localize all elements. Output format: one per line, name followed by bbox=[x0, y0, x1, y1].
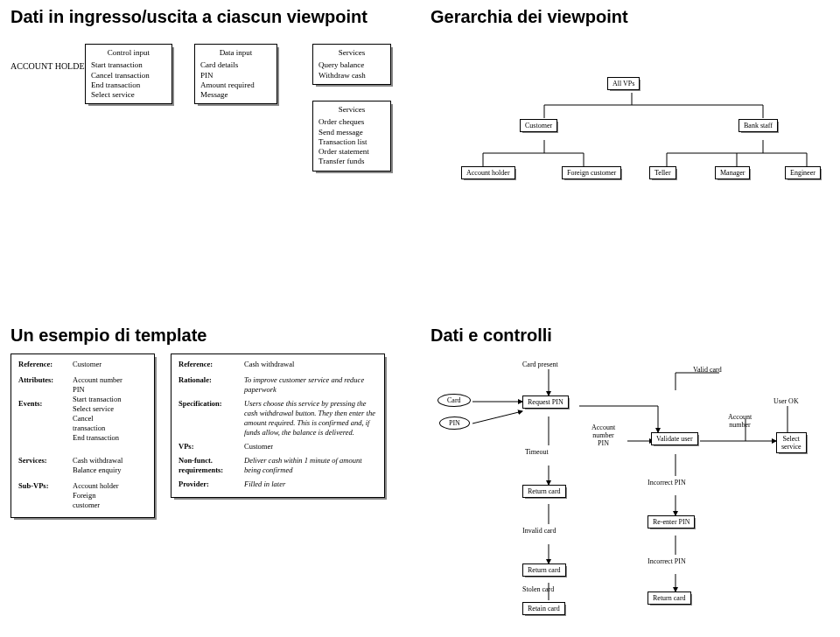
node-account-holder: Account holder bbox=[461, 166, 515, 179]
services2-body: Order cheques Send message Transaction l… bbox=[318, 117, 385, 166]
control-input-box: Control input Start transaction Cancel t… bbox=[85, 44, 172, 104]
data-input-body: Card details PIN Amount required Message bbox=[200, 60, 271, 100]
node-return-card-2: Return card bbox=[522, 564, 566, 577]
node-retain-card: Retain card bbox=[522, 602, 565, 615]
node-return-card-1: Return card bbox=[522, 485, 566, 498]
node-select-service: Select service bbox=[776, 432, 807, 453]
template-left: Reference:Customer Attributes:Account nu… bbox=[10, 354, 155, 518]
label-stolen-card: Stolen card bbox=[522, 585, 554, 593]
services1-body: Query balance Withdraw cash bbox=[318, 60, 385, 80]
node-bankstaff: Bank staff bbox=[738, 119, 778, 132]
quadrant-io-data: Dati in ingresso/uscita a ciascun viewpo… bbox=[0, 0, 420, 318]
q4-title: Dati e controlli bbox=[430, 326, 830, 345]
label-incorrect-pin-2: Incorrect PIN bbox=[648, 557, 686, 565]
node-all-vps: All VPs bbox=[607, 77, 640, 90]
data-input-box: Data input Card details PIN Amount requi… bbox=[194, 44, 277, 104]
label-incorrect-pin-1: Incorrect PIN bbox=[648, 479, 686, 486]
node-customer: Customer bbox=[520, 119, 557, 132]
oval-pin: PIN bbox=[439, 416, 470, 430]
node-reenter-pin: Re-enter PIN bbox=[648, 515, 695, 528]
node-return-card-3: Return card bbox=[648, 592, 691, 605]
services1-box: Services Query balance Withdraw cash bbox=[312, 44, 391, 85]
label-timeout: Timeout bbox=[525, 448, 549, 456]
q1-title: Dati in ingresso/uscita a ciascun viewpo… bbox=[10, 7, 410, 26]
node-manager: Manager bbox=[715, 166, 750, 179]
data-input-header: Data input bbox=[200, 48, 271, 58]
node-foreign-customer: Foreign customer bbox=[562, 166, 621, 179]
node-validate-user: Validate user bbox=[651, 432, 698, 445]
quadrant-template: Un esempio di template Reference:Custome… bbox=[0, 318, 420, 637]
services1-header: Services bbox=[318, 48, 385, 58]
label-card-present: Card present bbox=[522, 360, 558, 368]
svg-line-15 bbox=[472, 411, 522, 424]
label-invalid-card: Invalid card bbox=[522, 527, 556, 535]
label-valid-card: Valid card bbox=[693, 366, 722, 374]
services2-box: Services Order cheques Send message Tran… bbox=[312, 101, 391, 172]
label-user-ok: User OK bbox=[774, 397, 799, 405]
node-engineer: Engineer bbox=[785, 166, 821, 179]
quadrant-hierarchy: Gerarchia dei viewpoint All VPs Customer… bbox=[420, 0, 840, 318]
control-input-body: Start transaction Cancel transaction End… bbox=[91, 60, 166, 100]
label-account-number: Account number bbox=[728, 413, 752, 429]
control-input-header: Control input bbox=[91, 48, 166, 58]
q2-title: Gerarchia dei viewpoint bbox=[430, 7, 830, 26]
services2-header: Services bbox=[318, 105, 385, 115]
label-account-number-pin: Account number PIN bbox=[592, 424, 615, 447]
account-holder-label: ACCOUNT HOLDER bbox=[10, 61, 90, 71]
node-teller: Teller bbox=[649, 166, 676, 179]
oval-card: Card bbox=[438, 394, 471, 407]
quadrant-controls: Dati e controlli bbox=[420, 318, 840, 637]
node-request-pin: Request PIN bbox=[522, 396, 569, 409]
template-right: Reference:Cash withdrawal Rationale:To i… bbox=[171, 354, 385, 498]
q3-title: Un esempio di template bbox=[10, 326, 410, 345]
